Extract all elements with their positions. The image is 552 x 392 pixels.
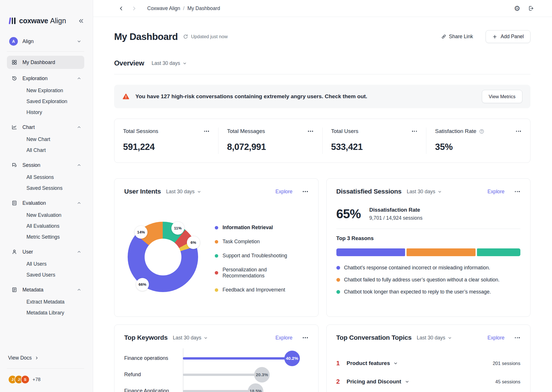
history-icon	[12, 75, 18, 82]
legend-item[interactable]: Task Completion	[215, 239, 308, 245]
more-options-icon[interactable]	[515, 130, 522, 133]
sidebar-item-all-sessions[interactable]: All Sessions	[7, 172, 84, 183]
more-options-icon[interactable]	[204, 130, 210, 133]
topic-row-pricing-and-discount[interactable]: 2 Pricing and Discount 45 sessions	[336, 372, 521, 391]
sidebar-section-session[interactable]: Session	[7, 159, 84, 172]
reason-dot	[336, 290, 340, 294]
topics-explore-link[interactable]: Explore	[486, 335, 506, 341]
legend-item[interactable]: Support and Troubleshooting	[215, 253, 308, 259]
more-options-icon[interactable]	[411, 130, 417, 133]
panel-top-keywords: Top Keywords Last 30 days Explore Financ…	[114, 325, 319, 392]
chevron-up-icon[interactable]	[77, 250, 81, 254]
stat-card-total-users: Total Users 533,421	[322, 128, 426, 154]
chevron-up-icon[interactable]	[77, 76, 81, 81]
chevron-up-icon[interactable]	[77, 125, 81, 130]
user-intents-range-dropdown[interactable]: Last 30 days	[166, 189, 201, 195]
chevron-down-icon[interactable]	[393, 361, 398, 366]
top-reasons-list: Chatbot’s response contained incorrect o…	[336, 265, 521, 295]
sidebar-item-metadata-library[interactable]: Metadata Library	[7, 307, 84, 318]
keyword-label: Finance Application	[124, 388, 183, 392]
settings-gear-icon[interactable]: ⚙	[514, 5, 520, 12]
sidebar-item-saved-sessions[interactable]: Saved Sessions	[7, 183, 84, 194]
keyword-row: Finance operations 40.2%	[124, 350, 308, 366]
stat-label: Total Users	[331, 128, 359, 134]
stat-card-satisfaction-rate: Satisfaction Rate 35%	[426, 128, 530, 154]
sidebar-divider	[7, 51, 84, 52]
workspace-switcher[interactable]: A Align	[7, 37, 84, 46]
more-options-icon[interactable]	[307, 130, 313, 133]
topic-row-product-features[interactable]: 1 Product features 201 sessions	[336, 354, 521, 372]
logout-icon[interactable]	[528, 5, 534, 11]
dissatisfied-explore-link[interactable]: Explore	[486, 188, 506, 195]
add-panel-button[interactable]: Add Panel	[486, 30, 530, 43]
view-metrics-button[interactable]: View Metrics	[482, 90, 522, 103]
sidebar-item-saved-users[interactable]: Saved Users	[7, 269, 84, 280]
dashboard-content: My Dashboard Updated just now Share Link…	[93, 17, 552, 392]
more-options-icon[interactable]	[302, 336, 308, 339]
overview-range-dropdown[interactable]: Last 30 days	[152, 60, 187, 66]
view-docs-link[interactable]: View Docs	[7, 355, 84, 361]
donut-badge: 11%	[171, 222, 184, 235]
topics-range-dropdown[interactable]: Last 30 days	[417, 335, 452, 341]
workspace-members[interactable]: JJS+78	[7, 375, 84, 384]
dissatisfaction-rate-detail: 9,701 / 14,924 sessions	[369, 215, 423, 221]
chevron-up-icon[interactable]	[77, 163, 81, 167]
more-options-icon[interactable]	[514, 190, 520, 193]
legend-item[interactable]: Personalization and Recommendations	[215, 267, 308, 279]
chevron-down-icon[interactable]	[405, 379, 409, 384]
keyword-label: Refund	[124, 372, 183, 378]
sidebar-item-new-exploration[interactable]: New Exploration	[7, 85, 84, 96]
panel-dissatisfied-sessions: Dissatisfied Sessions Last 30 days Explo…	[326, 178, 531, 317]
legend-item[interactable]: Feedback and Improvement	[215, 287, 308, 293]
sidebar-section-evaluation[interactable]: Evaluation	[7, 196, 84, 210]
sidebar-section-metadata[interactable]: Metadata	[7, 283, 84, 296]
share-link-button[interactable]: Share Link	[439, 33, 475, 40]
collapse-sidebar-icon[interactable]	[78, 18, 84, 24]
topic-name: Product features	[347, 360, 390, 366]
chevron-up-icon[interactable]	[77, 201, 81, 205]
sidebar-item-new-chart[interactable]: New Chart	[7, 134, 84, 145]
sidebar-item-new-evaluation[interactable]: New Evaluation	[7, 210, 84, 221]
top-keywords-explore-link[interactable]: Explore	[274, 335, 294, 341]
app-logo: coxwave Align	[7, 17, 84, 25]
user-intents-legend: Information Retrieval Task Completion Su…	[215, 225, 308, 293]
sidebar-nav: Exploration New ExplorationSaved Explora…	[7, 69, 84, 318]
nav-forward-icon[interactable]	[131, 6, 137, 11]
more-options-icon[interactable]	[514, 336, 520, 339]
topic-name: Pricing and Discount	[347, 379, 401, 385]
user-intents-explore-link[interactable]: Explore	[274, 188, 294, 195]
sidebar-section-user[interactable]: User	[7, 245, 84, 258]
sidebar-item-all-users[interactable]: All Users	[7, 258, 84, 269]
top-keywords-range-dropdown[interactable]: Last 30 days	[173, 335, 208, 341]
help-circle-icon[interactable]	[479, 129, 484, 134]
dissatisfaction-rate-value: 65%	[336, 207, 361, 221]
keyword-label: Finance operations	[124, 355, 183, 361]
dissatisfied-range-dropdown[interactable]: Last 30 days	[407, 189, 442, 195]
panel-title: User Intents	[124, 188, 161, 195]
breadcrumb-page[interactable]: My Dashboard	[187, 5, 220, 11]
panel-title: Top Conversation Topics	[336, 334, 412, 341]
donut-badge: 14%	[135, 226, 147, 239]
sidebar-item-saved-exploration[interactable]: Saved Exploration	[7, 96, 84, 107]
sidebar-item-my-dashboard[interactable]: My Dashboard	[7, 56, 84, 69]
top-keywords-chart: Finance operations 40.2% Refund 20.3% Fi…	[124, 350, 308, 392]
dashboard-grid-icon	[12, 59, 18, 65]
sidebar-section-chart[interactable]: Chart	[7, 121, 84, 134]
sidebar-item-extract-metadata[interactable]: Extract Metadata	[7, 296, 84, 307]
keyword-bar: 18.5%	[183, 390, 256, 392]
more-members-count: +78	[32, 377, 41, 382]
sidebar-item-metric-settings[interactable]: Metric Settings	[7, 231, 84, 242]
sidebar-item-all-evaluations[interactable]: All Evaluations	[7, 221, 84, 231]
sidebar-section-exploration[interactable]: Exploration	[7, 72, 84, 85]
legend-item[interactable]: Information Retrieval	[215, 225, 308, 231]
sidebar-item-all-chart[interactable]: All Chart	[7, 145, 84, 156]
breadcrumb-app[interactable]: Coxwave Align	[147, 5, 180, 11]
nav-back-icon[interactable]	[118, 6, 124, 11]
member-avatar[interactable]: S	[21, 375, 30, 384]
stat-value: 591,224	[123, 142, 210, 152]
chevron-up-icon[interactable]	[77, 287, 81, 292]
donut-badge: 66%	[136, 278, 149, 291]
more-options-icon[interactable]	[302, 190, 308, 193]
sidebar-item-history[interactable]: History	[7, 107, 84, 118]
reason-item: Chatbot failed to fully address user’s q…	[336, 277, 521, 283]
